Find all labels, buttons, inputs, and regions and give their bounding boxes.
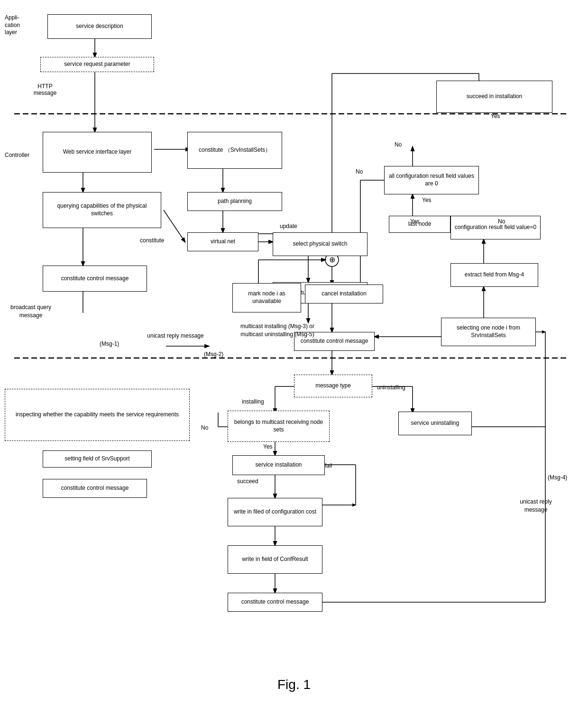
constitute-label: constitute [140,237,164,244]
succeed-label: succeed [237,478,258,485]
yes2-label: Yes [422,197,432,203]
setting-field-srvsupport-box: setting field of SrvSupport [43,450,152,468]
extract-field-msg4-box: extract field from Msg-4 [450,263,538,287]
virtual-net-box: virtual net [187,232,258,251]
constitute-control-msg3-box: constitute control message [43,479,147,498]
selecting-node-i-box: selecting one node i from SrvInstallSets [441,318,536,346]
unicast-reply2-label: unicast reply message [512,498,560,514]
figure-title: Fig. 1 [0,677,588,692]
broadcast-query-label: broadcast query message [5,303,57,320]
no3-label: No [498,218,505,225]
uninstalling-label: uninstalling [377,384,405,391]
msg4-label: (Msg-4) [548,474,567,481]
querying-capabilities-box: querying capabilities of the physical sw… [43,192,161,228]
message-type-box: message type [294,375,372,397]
constitute-srv-box: constitute （SrvInstallSets） [187,132,282,169]
write-confresult-box: write in field of ConfResult [228,545,322,574]
last-node-box: last node [389,216,450,233]
update-label: update [280,223,297,229]
diagram-container: ⊕ [0,0,588,697]
msg2-label: (Msg-2) [204,351,223,358]
cancel-installation-box: cancel installation [305,285,383,303]
service-description-box: service description [47,14,152,39]
svg-line-8 [164,210,185,242]
constitute-control-msg1-box: constitute control message [43,266,147,292]
service-request-param-box: service request parameter [40,57,154,72]
select-physical-switch-box: select physical switch [273,232,368,256]
application-layer-label: Appli- cation layer [5,14,33,37]
inspecting-capability-box: inspecting whether the capability meets … [5,389,190,441]
http-message-label: HTTP message [26,83,64,96]
constitute-control-msg5-box: constitute control message [228,593,322,612]
web-service-interface-box: Web service interface layer [43,132,152,173]
svg-text:⊕: ⊕ [329,256,335,264]
multicast-installing-label: multicast installing (Msg-3) or multicas… [232,322,322,339]
all-config-result-box: all configuration result field values ar… [384,166,479,194]
msg1-label: (Msg-1) [100,340,119,347]
succeed-installation-box: succeed in installation [436,81,552,113]
installing-label: installing [242,398,264,405]
service-uninstalling-box: service uninstalling [398,412,472,435]
unicast-reply1-label: unicast reply message [147,332,204,340]
config-result-field-box: configuration result field value=0 [450,216,541,239]
fail-label: fail [325,462,332,469]
service-installation-box: service installation [232,455,325,475]
no2-label: No [356,168,363,175]
write-config-cost-box: write in filed of configuration cost [228,498,322,526]
yes1-label: Yes [491,113,500,119]
no4-label: No [201,424,208,431]
mark-node-unavailable-box: mark node i as unavailable [232,283,301,312]
yes4-label: Yes [263,443,273,450]
belongs-multicast-box: belongs to multicast receiving node sets [228,411,330,442]
no1-label: No [395,141,402,148]
controller-label: Controller [5,152,29,158]
path-planning-box: path planning [187,192,282,211]
yes3-label: Yes [410,218,420,225]
